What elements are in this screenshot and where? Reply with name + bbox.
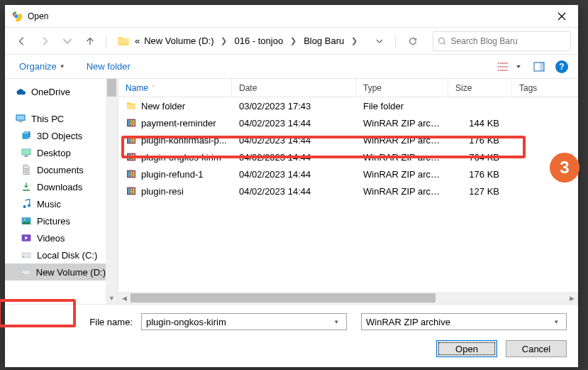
open-button[interactable]: Open (436, 340, 497, 357)
filename-combo[interactable]: ▾ (141, 313, 347, 330)
chrome-icon (11, 11, 22, 22)
search-icon (438, 36, 447, 46)
sidebar-scrollbar[interactable]: ▲ ▼ (106, 79, 118, 304)
sidebar-item[interactable]: Documents (5, 161, 106, 178)
body: OneDrive This PC 3D ObjectsDesktopDocume… (5, 79, 578, 304)
sidebar-item-icon (21, 232, 32, 244)
onedrive-icon (15, 86, 26, 97)
breadcrumb-path[interactable]: « New Volume (D:) ❯ 016 - tonjoo ❯ Blog … (112, 31, 365, 51)
file-row[interactable]: plugin-konfirmasi-p...04/02/2023 14:44Wi… (118, 131, 578, 148)
view-options-button[interactable] (492, 58, 523, 75)
svg-rect-32 (133, 137, 135, 143)
file-name: plugin-ongkos-kirim (141, 152, 221, 163)
toolbar: Organize▼ New folder ? (5, 55, 578, 79)
sidebar-onedrive[interactable]: OneDrive (5, 83, 106, 100)
svg-rect-11 (22, 149, 30, 154)
svg-rect-7 (17, 116, 25, 120)
file-type: File folder (356, 101, 448, 111)
file-name: New folder (141, 101, 185, 111)
file-type: WinRAR ZIP archive (356, 118, 448, 129)
help-button[interactable]: ? (555, 60, 568, 73)
sidebar-item-label: Videos (37, 233, 65, 244)
filename-input[interactable] (146, 317, 331, 327)
folder-icon (126, 100, 137, 111)
file-name: payment-reminder (141, 118, 216, 129)
svg-point-13 (23, 205, 26, 208)
organize-button[interactable]: Organize▼ (15, 58, 70, 75)
svg-rect-5 (540, 62, 544, 71)
svg-rect-45 (128, 188, 130, 194)
svg-rect-38 (130, 156, 133, 158)
folder-icon (116, 34, 131, 48)
file-type: WinRAR ZIP archive (356, 169, 448, 180)
title-bar: Open (5, 5, 578, 28)
chevron-down-icon[interactable]: ▾ (550, 318, 562, 325)
file-row[interactable]: plugin-refund-104/02/2023 14:44WinRAR ZI… (118, 165, 578, 183)
search-box[interactable] (433, 31, 571, 51)
file-pane: Nameˇ Date Type Size Tags New folder03/0… (118, 79, 578, 304)
sidebar: OneDrive This PC 3D ObjectsDesktopDocume… (5, 79, 118, 304)
sidebar-item[interactable]: New Volume (D:) (5, 263, 106, 281)
new-folder-button[interactable]: New folder (82, 58, 135, 75)
sidebar-item[interactable]: Downloads (5, 178, 106, 195)
sidebar-this-pc[interactable]: This PC (5, 110, 106, 127)
zip-icon (126, 151, 137, 163)
col-name[interactable]: Nameˇ (118, 79, 232, 97)
refresh-button[interactable] (403, 31, 423, 51)
chevron-right-icon: ❯ (347, 36, 362, 45)
breadcrumb-overflow: « (133, 36, 141, 46)
svg-point-3 (439, 38, 445, 43)
cancel-button[interactable]: Cancel (506, 340, 567, 357)
back-button[interactable] (12, 31, 32, 51)
svg-rect-25 (128, 120, 130, 126)
sidebar-item-icon (21, 266, 31, 278)
sidebar-item-label: Pictures (37, 216, 70, 227)
sidebar-item-icon (21, 215, 32, 227)
svg-rect-35 (128, 154, 130, 160)
up-button[interactable] (80, 31, 100, 51)
file-type: WinRAR ZIP archive (356, 152, 448, 163)
sidebar-item[interactable]: Local Disk (C:) (5, 246, 106, 263)
sidebar-item[interactable]: Videos (5, 229, 106, 246)
this-pc-icon (15, 113, 26, 124)
recent-locations-button[interactable] (57, 31, 77, 51)
file-row[interactable]: payment-reminder04/02/2023 14:44WinRAR Z… (118, 114, 578, 131)
col-type[interactable]: Type (356, 79, 448, 97)
horizontal-scrollbar[interactable]: ◀▶ (118, 292, 578, 304)
search-input[interactable] (451, 36, 566, 46)
svg-rect-28 (130, 122, 133, 124)
chevron-down-icon[interactable]: ▾ (331, 318, 342, 325)
sidebar-item-icon (21, 198, 32, 210)
sidebar-item[interactable]: Pictures (5, 212, 106, 229)
forward-button[interactable] (35, 31, 55, 51)
col-tags[interactable]: Tags (512, 79, 578, 97)
col-date[interactable]: Date (232, 79, 356, 97)
file-date: 04/02/2023 14:44 (232, 152, 356, 163)
file-row[interactable]: plugin-ongkos-kirim04/02/2023 14:44WinRA… (118, 148, 578, 165)
file-list: New folder03/02/2023 17:43File folderpay… (118, 97, 578, 292)
svg-point-20 (23, 256, 23, 257)
breadcrumb-segment[interactable]: Blog Baru (301, 34, 347, 48)
sidebar-item[interactable]: 3D Objects (5, 127, 106, 144)
file-size: 176 KB (448, 135, 512, 146)
open-dialog: Open « New Volume (D:) ❯ 016 - tonjoo ❯ … (5, 5, 578, 367)
path-dropdown-button[interactable] (370, 31, 389, 51)
sidebar-item[interactable]: Desktop (5, 144, 106, 161)
col-size[interactable]: Size (448, 79, 512, 97)
sidebar-item[interactable]: Music (5, 195, 106, 212)
breadcrumb-segment[interactable]: 016 - tonjoo (231, 34, 286, 48)
breadcrumb-segment[interactable]: New Volume (D:) (141, 34, 216, 48)
sidebar-item-icon (21, 181, 32, 192)
svg-rect-27 (133, 120, 135, 126)
filetype-combo[interactable]: WinRAR ZIP archive ▾ (361, 313, 567, 330)
preview-pane-button[interactable] (528, 58, 550, 75)
sidebar-item-icon (21, 147, 32, 158)
svg-rect-43 (130, 173, 133, 175)
file-row[interactable]: plugin-resi04/02/2023 14:44WinRAR ZIP ar… (118, 183, 578, 200)
sidebar-item-icon (21, 164, 32, 175)
file-row[interactable]: New folder03/02/2023 17:43File folder (118, 97, 578, 114)
file-date: 04/02/2023 14:44 (232, 186, 356, 197)
zip-icon (126, 117, 137, 129)
file-name: plugin-konfirmasi-p... (141, 135, 227, 146)
close-button[interactable] (545, 5, 578, 28)
